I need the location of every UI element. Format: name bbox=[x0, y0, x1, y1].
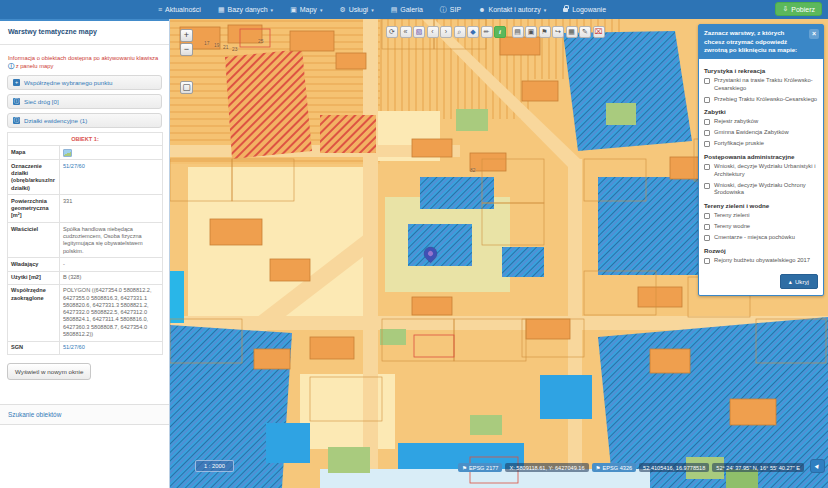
coordinate-statusbar: ⚑ EPSG 2177 X: 5809118.61, Y: 6427049.16… bbox=[458, 463, 804, 472]
lock-icon bbox=[563, 6, 569, 13]
checkbox[interactable] bbox=[704, 235, 710, 241]
gear-icon: ⚙ bbox=[339, 6, 345, 14]
download-button[interactable]: ⇩Pobierz bbox=[775, 2, 822, 16]
identify-button[interactable]: i bbox=[494, 26, 506, 38]
attribute-table-button[interactable]: ▤ bbox=[512, 26, 524, 38]
parcel-number-label: 17 bbox=[204, 40, 210, 46]
layer-section-title: Rozwój bbox=[704, 247, 818, 254]
object-header: OBIEKT 1: bbox=[8, 133, 163, 146]
lonlat-coordinates: 52.4105416, 16.9778518 bbox=[639, 463, 709, 472]
parcel-number-label: 21 bbox=[223, 44, 229, 50]
checkbox[interactable] bbox=[704, 224, 710, 230]
measure-line-button[interactable]: ✏ bbox=[481, 26, 493, 38]
checkbox[interactable] bbox=[704, 141, 710, 147]
layer-checkbox-item[interactable]: Wnioski, decyzje Wydziału Urbanistyki i … bbox=[704, 163, 818, 179]
layer-checkbox-item[interactable]: Cmentarze - miejsca pochówku bbox=[704, 234, 818, 242]
object-search-header[interactable]: Szukanie obiektów bbox=[0, 404, 169, 425]
layers-button[interactable]: ▧ bbox=[413, 26, 425, 38]
refresh-button[interactable]: ⟳ bbox=[386, 26, 398, 38]
nav-item-6[interactable]: ☻ Kontakt i autorzy ▾ bbox=[478, 6, 546, 13]
hide-panel-button[interactable]: ▴Ukryj bbox=[780, 274, 818, 289]
checkbox[interactable] bbox=[704, 97, 710, 103]
epsg-4326-badge[interactable]: ⚑ EPSG 4326 bbox=[592, 463, 637, 472]
table-row: Współrzędne zaokrąglone POLYGON ((642735… bbox=[8, 284, 163, 341]
layer-checkbox-item[interactable]: Przebieg Traktu Królewsko-Cesarskiego bbox=[704, 96, 818, 104]
nav-item-2[interactable]: ▣ Mapy ▾ bbox=[290, 6, 322, 14]
checkbox[interactable] bbox=[704, 78, 710, 84]
nav-item-4[interactable]: ▤ Galeria bbox=[391, 6, 423, 14]
layer-section: Postępowania administracyjne Wnioski, de… bbox=[704, 153, 818, 197]
value-link[interactable]: 51/27/60 bbox=[63, 344, 85, 350]
measure-area-button[interactable]: ◆ bbox=[467, 26, 479, 38]
zoom-controls: + − bbox=[180, 29, 193, 56]
epsg-2177-badge[interactable]: ⚑ EPSG 2177 bbox=[458, 463, 503, 472]
accordion-header[interactable]: ⓘ Działki ewidencyjne (1) bbox=[7, 113, 162, 128]
nav-item-7[interactable]: Logowanie bbox=[563, 6, 606, 13]
close-icon[interactable]: × bbox=[809, 29, 819, 39]
layer-section-title: Turystyka i rekreacja bbox=[704, 67, 818, 74]
table-icon: ▦ bbox=[218, 6, 225, 14]
print-button[interactable]: ▣ bbox=[525, 26, 537, 38]
pan-right-button[interactable]: › bbox=[440, 26, 452, 38]
zoom-in-button[interactable]: + bbox=[180, 29, 193, 42]
accordion-header[interactable]: + Współrzędne wybranego punktu bbox=[7, 75, 162, 90]
map-canvas[interactable]: 171921232582 + − ▢ ⟳«▧‹›⌕◆✏i▤▣⚑↪▦✎⌧ 1 : … bbox=[170, 19, 828, 488]
table-row: Mapa bbox=[8, 146, 163, 160]
zoom-window-button[interactable]: ⌕ bbox=[454, 26, 466, 38]
layer-section: Rozwój Rejony budżetu obywatelskiego 201… bbox=[704, 247, 818, 265]
caret-down-icon: ▾ bbox=[544, 7, 547, 13]
add-marker-button[interactable]: ⚑ bbox=[539, 26, 551, 38]
value-link[interactable]: 51/27/60 bbox=[63, 163, 85, 169]
layer-section: Turystyka i rekreacja Przystanki na tras… bbox=[704, 67, 818, 103]
share-button[interactable]: ↪ bbox=[552, 26, 564, 38]
flag-icon: ⚑ bbox=[462, 465, 467, 471]
grid-icon: ▤ bbox=[391, 6, 398, 14]
layer-checkbox-item[interactable]: Wnioski, decyzje Wydziału Ochrony Środow… bbox=[704, 182, 818, 198]
zoom-out-button[interactable]: − bbox=[180, 43, 193, 56]
open-new-window-button[interactable]: Wyświetl w nowym oknie bbox=[7, 363, 91, 380]
checkbox[interactable] bbox=[704, 213, 710, 219]
caret-down-icon: ▾ bbox=[271, 7, 274, 13]
checkbox[interactable] bbox=[704, 164, 710, 170]
nav-item-5[interactable]: ⓘ SIP bbox=[440, 5, 461, 15]
nav-item-0[interactable]: ≡ Aktualności bbox=[158, 6, 201, 13]
table-row: Właściciel Spółka handlowa niebędąca cud… bbox=[8, 223, 163, 258]
layer-checkbox-item[interactable]: Rejony budżetu obywatelskiego 2017 bbox=[704, 257, 818, 265]
flag-icon: ⚑ bbox=[596, 465, 601, 471]
pan-left-button[interactable]: ‹ bbox=[427, 26, 439, 38]
nav-item-1[interactable]: ▦ Bazy danych ▾ bbox=[218, 6, 273, 14]
checkbox[interactable] bbox=[704, 130, 710, 136]
checkbox[interactable] bbox=[704, 258, 710, 264]
layer-checkbox-item[interactable]: Rejestr zabytków bbox=[704, 118, 818, 126]
sidebar-title: Warstwy tematyczne mapy bbox=[0, 19, 169, 45]
full-extent-button[interactable]: ▢ bbox=[180, 81, 193, 94]
dms-coordinates: 52° 24' 37.95" N, 16° 55' 40.27" E bbox=[712, 463, 804, 472]
map-thumbnail-icon[interactable] bbox=[63, 149, 72, 157]
previous-extent-button[interactable]: « bbox=[400, 26, 412, 38]
clear-button[interactable]: ⌧ bbox=[593, 26, 605, 38]
accordion-header[interactable]: ⓘ Sieć dróg [0] bbox=[7, 94, 162, 109]
identify-panel-header: Zaznacz warstwy, z których chcesz otrzym… bbox=[699, 25, 823, 59]
layer-checkbox-item[interactable]: Fortyfikacje pruskie bbox=[704, 140, 818, 148]
layer-section: Zabytki Rejestr zabytków Gminna Ewidencj… bbox=[704, 108, 818, 147]
layer-section-title: Postępowania administracyjne bbox=[704, 153, 818, 160]
accordion-icon: ⓘ bbox=[13, 98, 20, 105]
user-icon: ☻ bbox=[478, 6, 485, 13]
parcel-number-label: 19 bbox=[214, 42, 220, 48]
table-row: Władający - bbox=[8, 258, 163, 271]
checkbox[interactable] bbox=[704, 183, 710, 189]
draw-button[interactable]: ✎ bbox=[579, 26, 591, 38]
layer-checkbox-item[interactable]: Tereny zieleni bbox=[704, 212, 818, 220]
nav-item-3[interactable]: ⚙ Usługi ▾ bbox=[339, 6, 373, 14]
parcel-number-label: 23 bbox=[232, 46, 238, 52]
object-attributes-table: OBIEKT 1: Mapa Oznaczenie działki (obręb… bbox=[7, 132, 163, 355]
checkbox[interactable] bbox=[704, 119, 710, 125]
screenshot-button[interactable]: ▦ bbox=[566, 26, 578, 38]
layer-checkbox-item[interactable]: Tereny wodne bbox=[704, 223, 818, 231]
layer-checkbox-item[interactable]: Przystanki na trasie Traktu Królewsko-Ce… bbox=[704, 77, 818, 93]
table-row: Powierzchnia geometryczna [m²] 331 bbox=[8, 195, 163, 223]
layer-section-title: Zabytki bbox=[704, 108, 818, 115]
layer-section: Tereny zieleni i wodne Tereny zieleni Te… bbox=[704, 202, 818, 241]
locate-button[interactable]: ▲ bbox=[810, 459, 825, 473]
layer-checkbox-item[interactable]: Gminna Ewidencja Zabytków bbox=[704, 129, 818, 137]
